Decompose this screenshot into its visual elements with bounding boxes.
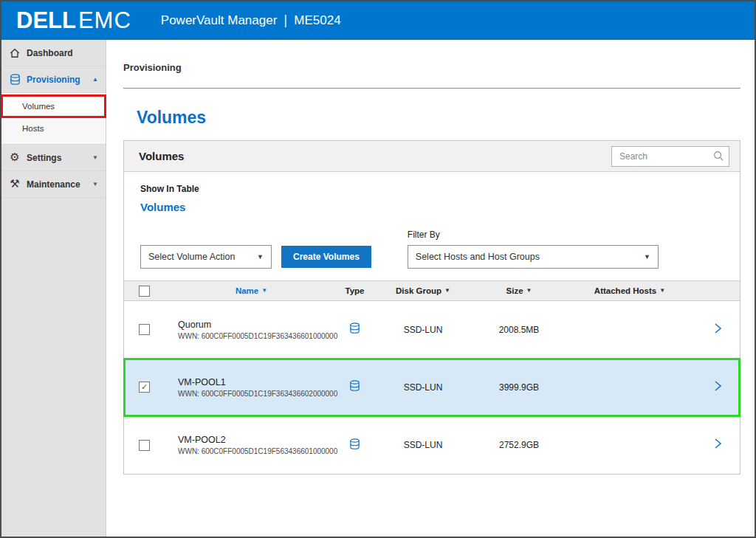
filter-hosts-dropdown-label: Select Hosts and Host Groups [416,252,540,262]
sidebar-item-maintenance[interactable]: ⚒ Maintenance ▼ [1,171,106,198]
column-header-type: Type [338,286,371,295]
sort-caret-icon: ▼ [444,287,450,294]
sidebar-item-settings[interactable]: ⚙ Settings ▼ [1,145,106,171]
row-expand-chevron[interactable] [696,322,740,338]
chevron-right-icon [714,379,722,396]
home-icon [9,48,21,58]
sort-caret-icon: ▼ [659,287,665,294]
size-value: 3999.9GB [475,382,563,393]
title-separator: | [284,12,287,28]
sidebar-item-label: Maintenance [27,179,80,190]
panel-header: Volumes [124,141,740,172]
volumes-panel: Volumes Show In Table Volumes Select Vol… [123,140,740,475]
volume-wwn: WWN: 600C0FF0005D1C19F563436601000000 [178,447,338,455]
disk-group-value: SSD-LUN [371,382,475,393]
sidebar-item-label: Settings [27,153,61,163]
search-icon[interactable] [713,151,724,165]
row-checkbox[interactable]: ✓ [139,382,150,393]
disk-group-value: SSD-LUN [371,325,475,335]
sidebar-item-hosts[interactable]: Hosts [1,117,106,139]
disk-group-value: SSD-LUN [371,440,475,450]
volume-name: Quorum [178,320,338,330]
column-header-size[interactable]: Size ▼ [475,286,563,295]
size-value: 2008.5MB [475,325,563,335]
filter-group: Filter By Select Hosts and Host Groups ▼ [408,230,659,269]
volume-name: VM-POOL2 [178,435,338,445]
size-value: 2752.9GB [475,440,563,450]
model-name: ME5024 [294,13,340,28]
show-in-table-label: Show In Table [140,184,740,194]
sidebar-item-dashboard[interactable]: Dashboard [1,40,106,66]
volumes-table: Name ▼ Type Disk Group ▼ Size ▼ [124,280,740,474]
chevron-up-icon: ▲ [92,76,98,83]
chevron-down-icon: ▼ [257,253,264,261]
chevron-down-icon: ▼ [644,253,650,261]
table-row[interactable]: VM-POOL2 WWN: 600C0FF0005D1C19F563436601… [124,416,740,474]
volume-wwn: WWN: 600C0FF0005D1C19F363436601000000 [178,332,338,340]
breadcrumb: Provisioning [123,62,740,73]
tools-icon: ⚒ [9,179,21,190]
row-checkbox[interactable] [139,324,150,335]
chevron-down-icon: ▼ [92,154,98,161]
page-title: Volumes [137,108,740,128]
select-all-checkbox[interactable] [139,286,150,297]
sidebar-item-label: Provisioning [27,75,80,85]
column-header-name[interactable]: Name ▼ [165,286,338,295]
logo-dell-text: DELL [16,7,76,34]
chevron-right-icon [714,437,722,453]
sidebar-item-volumes[interactable]: Volumes [1,95,106,117]
panel-title: Volumes [139,150,184,162]
sidebar-subitem-label: Volumes [22,102,55,111]
table-row[interactable]: ✓ VM-POOL1 WWN: 600C0FF0005D1C19F3634366… [124,359,740,416]
database-icon [9,74,21,85]
row-expand-chevron[interactable] [696,437,740,453]
create-volumes-button[interactable]: Create Volumes [281,246,371,268]
app-header: DELL EMC PowerVault Manager | ME5024 [1,1,755,40]
filter-hosts-dropdown[interactable]: Select Hosts and Host Groups ▼ [408,245,659,269]
sidebar: Dashboard Provisioning ▲ Volumes Hosts ⚙… [1,40,106,537]
sort-caret-icon: ▼ [526,287,532,294]
sidebar-item-provisioning[interactable]: Provisioning ▲ [1,66,106,93]
sort-caret-icon: ▼ [261,287,267,294]
chevron-right-icon [714,322,722,338]
volume-action-dropdown-label: Select Volume Action [148,252,235,262]
row-expand-chevron[interactable] [696,379,740,396]
gear-icon: ⚙ [9,152,21,163]
column-header-attached-hosts[interactable]: Attached Hosts ▼ [563,286,696,295]
sidebar-subitem-label: Hosts [22,124,44,133]
filter-by-label: Filter By [408,230,659,240]
panel-controls: Show In Table Volumes Select Volume Acti… [124,172,740,280]
table-row[interactable]: Quorum WWN: 600C0FF0005D1C19F36343660100… [124,301,740,359]
app-name: PowerVault Manager [161,13,278,28]
volume-type-icon [349,380,360,394]
app-title: PowerVault Manager | ME5024 [161,13,341,29]
screen: DELL EMC PowerVault Manager | ME5024 Das… [0,0,756,538]
volume-name: VM-POOL1 [178,377,338,387]
provisioning-submenu: Volumes Hosts [1,93,106,145]
volume-action-dropdown[interactable]: Select Volume Action ▼ [140,245,272,269]
action-row: Select Volume Action ▼ Create Volumes Fi… [140,230,740,280]
table-header-row: Name ▼ Type Disk Group ▼ Size ▼ [124,281,740,301]
main-content: Provisioning Volumes Volumes Show In Tab… [106,40,755,537]
volume-type-icon [349,323,360,337]
dell-emc-logo[interactable]: DELL EMC [16,7,131,34]
row-checkbox[interactable] [139,440,150,451]
search-box [611,146,729,167]
column-header-disk-group[interactable]: Disk Group ▼ [371,286,475,295]
volume-type-icon [349,438,360,452]
sidebar-item-label: Dashboard [27,48,73,58]
divider [123,88,740,89]
logo-emc-text: EMC [78,7,131,34]
chevron-down-icon: ▼ [92,181,98,187]
search-input[interactable] [611,146,729,167]
show-in-table-volumes-link[interactable]: Volumes [140,201,185,213]
volume-wwn: WWN: 600C0FF0005D1C19F363436602000000 [178,390,338,398]
